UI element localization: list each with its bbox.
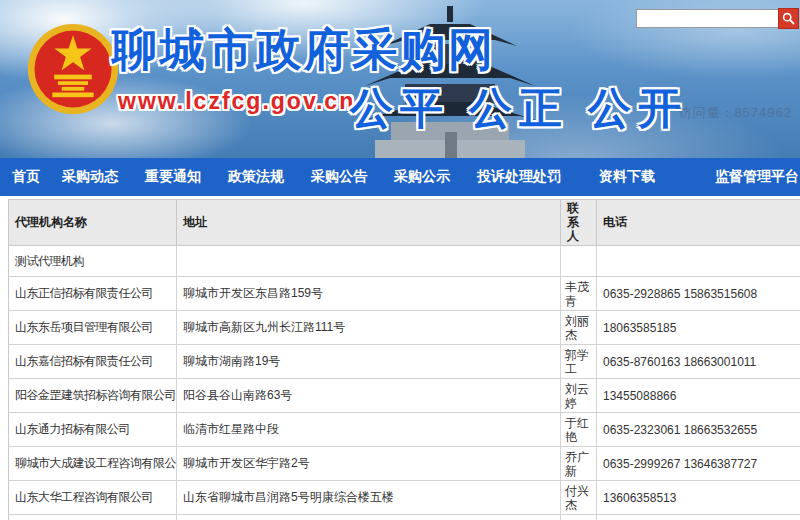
table-row: 阳谷金罡建筑招标咨询有限公司阳谷县谷山南路63号刘云婷13455088866 [9,379,800,413]
cell-name: 山东信春项目管理有限公司 [9,515,177,520]
cell-phone: 0635-2999267 13646387727 [597,447,800,481]
cell-phone: 0635-2928865 15863515608 [597,277,800,311]
table-row: 山东信春项目管理有限公司聊城市东昌府区凤凰工业园富民西路王善1886651880… [9,515,800,520]
site-url: www.lczfcg.gov.cn [118,88,355,115]
nav-item-1[interactable]: 采购动态 [62,168,118,186]
cell-name: 山东嘉信招标有限责任公司 [9,345,177,379]
agency-table: 代理机构名称地址联系人电话 测试代理机构山东正信招标有限责任公司聊城市开发区东昌… [8,199,800,520]
cell-address: 聊城市东昌府区凤凰工业园富民西路 [177,515,561,520]
cell-contact: 郭学工 [561,345,597,379]
cell-name: 阳谷金罡建筑招标咨询有限公司 [9,379,177,413]
table-row: 山东正信招标有限责任公司聊城市开发区东昌路159号丰茂青0635-2928865… [9,277,800,311]
cell-name: 山东正信招标有限责任公司 [9,277,177,311]
table-row: 山东嘉信招标有限责任公司聊城市湖南路19号郭学工0635-8760163 186… [9,345,800,379]
table-row: 山东大华工程咨询有限公司山东省聊城市昌润路5号明康综合楼五楼付兴杰1360635… [9,481,800,515]
cell-contact: 刘丽杰 [561,311,597,345]
cell-name: 测试代理机构 [9,246,177,277]
nav-item-2[interactable]: 重要通知 [145,168,201,186]
cell-contact: 刘云婷 [561,379,597,413]
table-header-row: 代理机构名称地址联系人电话 [9,200,800,246]
nav-menu: 首页采购动态重要通知政策法规采购公告采购公示投诉处理处罚资料下载监督管理平台 [0,158,800,196]
nav-item-3[interactable]: 政策法规 [228,168,284,186]
cell-name: 山东东岳项目管理有限公司 [9,311,177,345]
cell-contact: 王善 [561,515,597,520]
national-emblem-icon [26,22,120,116]
cell-name: 山东大华工程咨询有限公司 [9,481,177,515]
search-input[interactable] [636,9,780,28]
cell-address [177,246,561,277]
cell-name: 聊城市大成建设工程咨询有限公司 [9,447,177,481]
nav-item-5[interactable]: 采购公示 [394,168,450,186]
cell-phone: 0635-8760163 18663001011 [597,345,800,379]
table-row: 山东东岳项目管理有限公司聊城市高新区九州长江路111号刘丽杰1806358518… [9,311,800,345]
visit-counter: 访问量：8574962 [678,104,792,122]
cell-phone [597,246,800,277]
main-navbar: 首页采购动态重要通知政策法规采购公告采购公示投诉处理处罚资料下载监督管理平台 [0,158,800,196]
column-header-0: 代理机构名称 [9,200,177,246]
cell-address: 聊城市开发区华宇路2号 [177,447,561,481]
cell-phone: 13455088866 [597,379,800,413]
cell-address: 山东省聊城市昌润路5号明康综合楼五楼 [177,481,561,515]
nav-item-8[interactable]: 监督管理平台 [715,168,799,186]
table-row: 山东通力招标有限公司临清市红星路中段于红艳0635-2323061 186635… [9,413,800,447]
site-slogan: 公平 公正 公开 [350,80,688,138]
agency-table-container: 代理机构名称地址联系人电话 测试代理机构山东正信招标有限责任公司聊城市开发区东昌… [8,199,800,520]
cell-phone: 18866518800 [597,515,800,520]
cell-address: 聊城市湖南路19号 [177,345,561,379]
magnifier-icon [782,12,795,25]
cell-name: 山东通力招标有限公司 [9,413,177,447]
column-header-1: 地址 [177,200,561,246]
table-row: 测试代理机构 [9,246,800,277]
cell-phone: 18063585185 [597,311,800,345]
column-header-2: 联系人 [561,200,597,246]
cell-contact: 付兴杰 [561,481,597,515]
agency-table-body: 测试代理机构山东正信招标有限责任公司聊城市开发区东昌路159号丰茂青0635-2… [9,246,800,520]
nav-item-6[interactable]: 投诉处理处罚 [477,168,561,186]
site-title: 聊城市政府采购网 [112,20,496,80]
cell-contact [561,246,597,277]
cell-address: 临清市红星路中段 [177,413,561,447]
cell-address: 聊城市开发区东昌路159号 [177,277,561,311]
search-button[interactable] [778,8,799,29]
column-header-3: 电话 [597,200,800,246]
nav-item-4[interactable]: 采购公告 [311,168,367,186]
cell-contact: 丰茂青 [561,277,597,311]
site-banner: 聊城市政府采购网 www.lczfcg.gov.cn 公平 公正 公开 访问量：… [0,0,800,158]
cell-contact: 乔广新 [561,447,597,481]
cell-address: 阳谷县谷山南路63号 [177,379,561,413]
cell-address: 聊城市高新区九州长江路111号 [177,311,561,345]
cell-contact: 于红艳 [561,413,597,447]
cell-phone: 0635-2323061 18663532655 [597,413,800,447]
cell-phone: 13606358513 [597,481,800,515]
nav-item-7[interactable]: 资料下载 [599,168,655,186]
table-row: 聊城市大成建设工程咨询有限公司聊城市开发区华宇路2号乔广新0635-299926… [9,447,800,481]
nav-item-0[interactable]: 首页 [12,168,40,186]
